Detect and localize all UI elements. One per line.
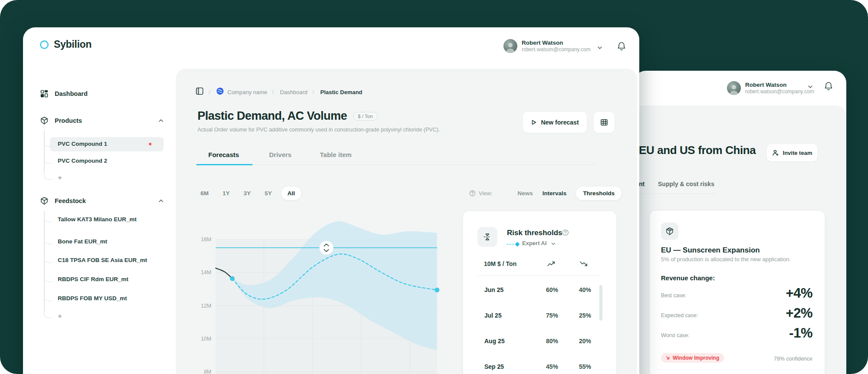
user-name: Robert Watson xyxy=(522,39,591,46)
content-panel: / Company name / Dashboard / Plastic Dem… xyxy=(176,69,637,374)
threshold-icon xyxy=(477,227,497,247)
svg-text:12M: 12M xyxy=(201,303,211,309)
sidebar-item-feedstock-1[interactable]: Tallow KAT3 Milano EUR_mt xyxy=(58,216,137,223)
tree-elbow xyxy=(44,252,53,263)
secondary-heading: EU and US from China xyxy=(639,144,756,157)
svg-text:8M: 8M xyxy=(204,369,211,374)
risk-row-month: Sep 25 xyxy=(484,363,504,370)
table-view-button[interactable] xyxy=(594,112,615,133)
table-icon xyxy=(600,118,608,126)
tab-table-item[interactable]: Table item xyxy=(320,151,352,158)
tab-drivers[interactable]: Drivers xyxy=(269,151,292,158)
avatar xyxy=(503,39,517,53)
chevron-down-icon[interactable] xyxy=(807,84,813,90)
scenario-card: EU — Sunscreen Expansion 5% of productio… xyxy=(650,211,825,374)
help-circle-icon[interactable] xyxy=(469,190,476,197)
user-menu[interactable]: Robert Watson robert.watson@company.com xyxy=(503,39,591,53)
range-3y[interactable]: 3Y xyxy=(239,187,255,200)
worst-case-label: Worst case: xyxy=(661,332,690,338)
worst-case-value: -1% xyxy=(789,325,812,341)
tree-elbow xyxy=(44,290,53,301)
breadcrumb-dashboard[interactable]: Dashboard xyxy=(280,89,308,95)
sidebar-section-label: Feedstock xyxy=(55,197,86,204)
scenario-title: EU — Sunscreen Expansion xyxy=(661,246,760,255)
sidebar-item-pvc-compound-1[interactable]: PVC Compound 1 xyxy=(58,141,158,147)
risk-row-down: 55% xyxy=(579,363,591,370)
invite-team-button[interactable]: Invite team xyxy=(767,144,817,161)
breadcrumb-current: Plastic Demand xyxy=(320,89,362,95)
tree-elbow xyxy=(44,307,53,318)
risk-row-month: Jul 25 xyxy=(484,312,502,319)
source-select-label[interactable]: Expert AI xyxy=(522,240,547,246)
best-case-label: Best case: xyxy=(661,292,686,299)
sidebar-item-feedstock-4[interactable]: RBDPS CIF Rdm EUR_mt xyxy=(58,276,128,282)
tree-elbow xyxy=(44,271,53,282)
expected-case-value: +2% xyxy=(786,305,812,321)
view-option-news[interactable]: News xyxy=(518,190,533,197)
sidebar-item-feedstock-2[interactable]: Bone Fat EUR_mt xyxy=(58,238,107,245)
package-icon xyxy=(40,116,49,125)
status-badge: Window Improving xyxy=(661,353,724,363)
page-title: Plastic Demand, AC Volume xyxy=(197,109,347,123)
tab-supply-cost-risks[interactable]: Supply & cost risks xyxy=(658,180,714,187)
sidebar-item-label: Dashboard xyxy=(55,90,88,97)
range-all[interactable]: All xyxy=(281,187,301,200)
tree-elbow xyxy=(44,233,53,244)
trend-down-icon[interactable] xyxy=(579,260,588,267)
brand-mark-icon xyxy=(39,39,49,50)
sidebar-section-products[interactable]: Products xyxy=(40,116,164,125)
chevron-down-icon[interactable] xyxy=(597,45,603,51)
sidebar-item-feedstock-3[interactable]: C18 TPSA FOB SE Asia EUR_mt xyxy=(58,257,147,263)
avatar xyxy=(727,81,741,95)
scenario-subtitle: 5% of production is allocated to the new… xyxy=(661,256,791,262)
confidence-label: 78% confidence xyxy=(774,356,812,362)
view-option-intervals[interactable]: Intervals xyxy=(542,190,567,197)
brand-logo[interactable]: Sybilion xyxy=(39,39,92,50)
company-logo-icon xyxy=(216,87,224,95)
user-menu[interactable]: Robert Watson robert.watson@company.com xyxy=(727,81,814,95)
expected-case-label: Expected case: xyxy=(661,312,698,318)
user-name: Robert Watson xyxy=(745,81,814,89)
best-case-value: +4% xyxy=(786,285,812,301)
risk-row-up: 75% xyxy=(546,312,558,319)
risk-row-up: 45% xyxy=(546,363,558,370)
add-product-button[interactable]: + xyxy=(58,174,62,182)
view-option-thresholds[interactable]: Thresholds xyxy=(576,187,621,200)
risk-row-month: Jun 25 xyxy=(484,286,503,293)
scrollbar[interactable] xyxy=(599,285,602,321)
secondary-window: Robert Watson robert.watson@company.com … xyxy=(634,71,846,374)
help-circle-icon[interactable] xyxy=(562,229,569,236)
tab-partial[interactable]: nt xyxy=(639,180,644,187)
bell-icon[interactable] xyxy=(617,41,626,52)
risk-row-up: 80% xyxy=(546,338,558,344)
range-1y[interactable]: 1Y xyxy=(218,187,234,200)
range-6m[interactable]: 6M xyxy=(196,187,213,200)
play-icon xyxy=(531,119,537,125)
sidebar-item-feedstock-5[interactable]: RBDPS FOB MY USD_mt xyxy=(58,295,127,302)
svg-text:16M: 16M xyxy=(201,236,211,243)
new-forecast-button[interactable]: New forecast xyxy=(523,112,587,133)
forecast-chart[interactable]: 16M14M12M10M8M xyxy=(191,215,441,374)
breadcrumb-separator: / xyxy=(312,89,314,95)
bell-icon[interactable] xyxy=(824,81,833,92)
threshold-drag-handle[interactable] xyxy=(319,241,333,255)
chevron-down-icon[interactable] xyxy=(551,241,556,246)
chevron-up-icon xyxy=(158,118,164,124)
range-5y[interactable]: 5Y xyxy=(260,187,276,200)
sidebar-toggle-icon[interactable] xyxy=(195,87,204,95)
sidebar-item-dashboard[interactable]: Dashboard xyxy=(40,89,88,98)
page-description: Actual Order volume for PVC additive com… xyxy=(197,127,440,133)
breadcrumb-company[interactable]: Company name xyxy=(227,89,267,95)
risk-panel-title: Risk thresholds xyxy=(507,229,562,237)
breadcrumb-separator: / xyxy=(209,89,210,95)
risk-unit-header: 10M $ / Ton xyxy=(484,260,516,267)
add-feedstock-button[interactable]: + xyxy=(58,312,62,321)
svg-text:14M: 14M xyxy=(201,269,211,276)
trend-up-icon[interactable] xyxy=(547,260,556,267)
forecast-legend-icon xyxy=(506,242,519,247)
tab-divider xyxy=(196,164,596,165)
sidebar-item-pvc-compound-2[interactable]: PVC Compound 2 xyxy=(58,157,107,164)
tab-forecasts[interactable]: Forecasts xyxy=(208,151,239,158)
sidebar-section-feedstock[interactable]: Feedstock xyxy=(40,197,164,205)
main-window: Sybilion Robert Watson robert.watson@com… xyxy=(23,27,639,374)
